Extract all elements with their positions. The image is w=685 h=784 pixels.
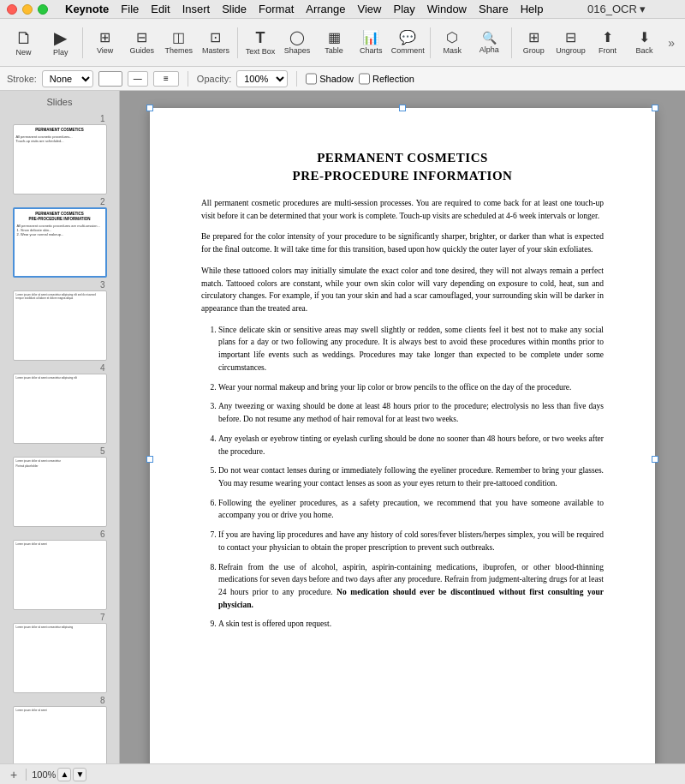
masters-button[interactable]: ⊡ Masters (199, 22, 232, 63)
color-swatch[interactable] (98, 71, 122, 87)
shadow-checkbox[interactable] (306, 70, 317, 87)
menu-window[interactable]: Window (427, 3, 467, 15)
slide-thumb-5[interactable]: 5 Lorem ipsum dolor sit amet consectetur… (13, 446, 107, 527)
mask-label: Mask (443, 46, 462, 55)
menu-insert[interactable]: Insert (182, 3, 211, 15)
line-style-icon[interactable]: — (128, 71, 148, 87)
comment-button[interactable]: 💬 Comment (391, 22, 425, 63)
themes-button[interactable]: ◫ Themes (162, 22, 195, 63)
shapes-button[interactable]: ◯ Shapes (280, 22, 313, 63)
ungroup-label: Ungroup (556, 46, 586, 55)
reflection-checkbox-label[interactable]: Reflection (359, 70, 414, 87)
menu-slide[interactable]: Slide (222, 3, 247, 15)
toolbar-sep-3 (430, 27, 431, 58)
list-item-4: Any eyelash or eyebrow tinting or eyelas… (218, 433, 604, 458)
opacity-label: Opacity: (197, 74, 231, 84)
slide-thumb-3[interactable]: 3 Lorem ipsum dolor sit amet consectetur… (13, 280, 107, 361)
menu-arrange[interactable]: Arrange (306, 3, 345, 15)
slide-img-1[interactable]: PERMANENT COSMETICS All permanent cosmet… (13, 124, 107, 195)
handle-tl[interactable] (146, 105, 153, 111)
menu-help[interactable]: Help (521, 3, 544, 15)
list-item-1: Since delicate skin or sensitive areas m… (218, 324, 604, 374)
handle-tr[interactable] (652, 105, 658, 111)
slide-para-3: While these tattooed colors may initiall… (201, 265, 604, 315)
menu-share[interactable]: Share (479, 3, 509, 15)
menu-edit[interactable]: Edit (151, 3, 170, 15)
handle-lm[interactable] (146, 456, 153, 463)
handle-rm[interactable] (652, 456, 658, 463)
front-button[interactable]: ⬆ Front (591, 22, 624, 63)
menu-items: File Edit Insert Slide Format Arrange Vi… (121, 3, 543, 15)
reflection-checkbox[interactable] (359, 70, 370, 87)
menu-view[interactable]: View (358, 3, 382, 15)
ungroup-button[interactable]: ⊟ Ungroup (554, 22, 587, 63)
slide-img-7[interactable]: Lorem ipsum dolor sit amet consectetur a… (13, 623, 107, 693)
themes-icon: ◫ (172, 31, 185, 45)
zoom-label: 100% (32, 769, 56, 780)
maximize-button[interactable] (38, 4, 48, 15)
new-button[interactable]: 🗋 New (7, 22, 40, 63)
slide-thumb-2[interactable]: 2 PERMANENT COSMETICSPRE-PROCEDURE INFOR… (13, 197, 107, 278)
menu-play[interactable]: Play (393, 3, 414, 15)
slide-preview-7: Lorem ipsum dolor sit amet consectetur a… (16, 626, 104, 630)
list-item-5: Do not wear contact lenses during or imm… (218, 464, 604, 489)
menu-file[interactable]: File (121, 3, 139, 15)
app-name: Keynote (65, 3, 109, 15)
formatbar: Stroke: None Solid Dashed — ≡ Opacity: 1… (0, 67, 685, 91)
canvas-area[interactable]: PERMANENT COSMETICS PRE-PROCEDURE INFORM… (120, 91, 685, 763)
slide-para-2: Be prepared for the color intensity of y… (201, 230, 604, 255)
comment-label: Comment (391, 46, 425, 55)
toolbar-expand[interactable]: » (664, 33, 678, 53)
line-width-icon[interactable]: ≡ (153, 71, 179, 87)
close-button[interactable] (7, 4, 17, 15)
slide-para-1: All permanent cosmetic procedures are mu… (201, 197, 604, 222)
play-button[interactable]: ▶ Play (44, 22, 77, 63)
front-icon: ⬆ (602, 31, 613, 45)
handle-tm[interactable] (399, 105, 406, 111)
list-item-3: Any tweezing or waxing should be done at… (218, 400, 604, 425)
textbox-icon: T (255, 30, 265, 45)
guides-button[interactable]: ⊟ Guides (125, 22, 158, 63)
back-button[interactable]: ⬇ Back (628, 22, 661, 63)
opacity-select[interactable]: 100% 75% 50% 25% (236, 70, 288, 87)
slide-thumb-1[interactable]: 1 PERMANENT COSMETICS All permanent cosm… (13, 114, 107, 195)
comment-icon: 💬 (399, 31, 416, 45)
zoom-up-button[interactable]: ▲ (57, 768, 71, 781)
mask-button[interactable]: ⬡ Mask (436, 22, 469, 63)
slide-img-6[interactable]: Lorem ipsum dolor sit amet (13, 540, 107, 610)
slide-img-3[interactable]: Lorem ipsum dolor sit amet consectetur a… (13, 290, 107, 361)
slide-img-5[interactable]: Lorem ipsum dolor sit amet consectetur P… (13, 457, 107, 527)
slide-img-2[interactable]: PERMANENT COSMETICSPRE-PROCEDURE INFORMA… (13, 207, 107, 278)
add-slide-button[interactable]: + (7, 766, 21, 783)
slide-thumb-7[interactable]: 7 Lorem ipsum dolor sit amet consectetur… (13, 613, 107, 693)
shapes-icon: ◯ (289, 31, 305, 45)
slides-panel: Slides 1 PERMANENT COSMETICS All permane… (0, 91, 120, 763)
toolbar-sep-4 (511, 27, 512, 58)
slide-thumb-4[interactable]: 4 Lorem ipsum dolor sit amet consectetur… (13, 363, 107, 444)
menu-format[interactable]: Format (259, 3, 294, 15)
table-button[interactable]: ▦ Table (318, 22, 351, 63)
alpha-icon: 🔍 (482, 32, 497, 44)
main-area: Slides 1 PERMANENT COSMETICS All permane… (0, 91, 685, 763)
slide-preview-3: Lorem ipsum dolor sit amet consectetur a… (16, 294, 104, 301)
list-item-6: Following the eyeliner procedures, as a … (218, 497, 604, 522)
front-label: Front (599, 46, 616, 55)
slide-thumb-6[interactable]: 6 Lorem ipsum dolor sit amet (13, 530, 107, 610)
slide-img-8[interactable]: Lorem ipsum dolor sit amet (13, 706, 107, 763)
slide-thumb-8[interactable]: 8 Lorem ipsum dolor sit amet (13, 696, 107, 763)
slide-num-5: 5 (13, 446, 107, 456)
slide-num-8: 8 (13, 696, 107, 705)
zoom-down-button[interactable]: ▼ (73, 768, 86, 781)
group-button[interactable]: ⊞ Group (517, 22, 551, 63)
slide-img-4[interactable]: Lorem ipsum dolor sit amet consectetur a… (13, 374, 107, 444)
textbox-button[interactable]: T Text Box (243, 22, 277, 63)
stroke-label: Stroke: (7, 74, 37, 84)
stroke-select[interactable]: None Solid Dashed (42, 70, 93, 87)
list-item-8: Refrain from the use of alcohol, aspirin… (218, 561, 604, 612)
shadow-checkbox-label[interactable]: Shadow (306, 70, 354, 87)
charts-button[interactable]: 📊 Charts (354, 22, 388, 63)
alpha-button[interactable]: 🔍 Alpha (473, 22, 506, 63)
group-icon: ⊞ (528, 31, 539, 45)
minimize-button[interactable] (22, 4, 33, 15)
view-button[interactable]: ⊞ View (88, 22, 122, 63)
